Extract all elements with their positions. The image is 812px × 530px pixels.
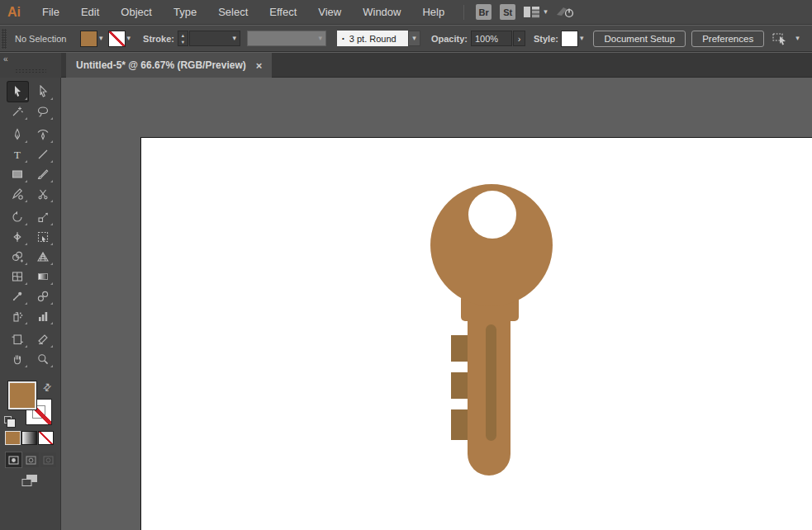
draw-normal-button[interactable] (6, 452, 21, 467)
rectangle-icon (11, 168, 24, 181)
arrange-documents-button[interactable]: ▾ (524, 7, 548, 18)
perspective-grid-icon (36, 250, 50, 263)
eyedropper-icon (11, 290, 24, 303)
magic-wand-tool[interactable] (7, 102, 28, 121)
bridge-button[interactable]: Br (476, 4, 491, 20)
chevron-down-icon: ▾ (580, 35, 584, 42)
stroke-weight-dropdown[interactable]: ▾ (189, 31, 240, 46)
brush-value: 3 pt. Round (349, 34, 397, 44)
preferences-button[interactable]: Preferences (691, 31, 764, 47)
shaper-tool[interactable] (7, 184, 28, 204)
document-setup-button[interactable]: Document Setup (593, 31, 686, 47)
type-icon: T (11, 148, 24, 161)
blend-tool[interactable] (33, 286, 54, 306)
slice-tool[interactable] (33, 329, 54, 349)
swap-fill-stroke-icon[interactable]: ⇄ (40, 380, 55, 394)
fill-color-swatch (81, 31, 97, 46)
fill-indicator-swatch[interactable] (8, 381, 36, 409)
zoom-icon (36, 353, 50, 366)
shape-builder-tool[interactable] (7, 247, 28, 267)
stroke-none-swatch (109, 31, 125, 46)
stroke-weight-stepper[interactable]: ▴ ▾ (178, 31, 188, 46)
scale-tool[interactable] (33, 207, 54, 227)
artboard[interactable] (140, 137, 812, 530)
selection-tool[interactable] (7, 82, 28, 102)
collapse-panel-icon[interactable]: « (3, 54, 8, 64)
draw-behind-button[interactable] (23, 452, 39, 467)
opacity-label: Opacity: (431, 34, 468, 44)
tool-panel: T ⇄ (0, 78, 61, 530)
rectangle-tool[interactable] (7, 164, 28, 184)
curvature-tool[interactable] (33, 125, 54, 144)
fill-color-dropdown[interactable]: ▾ (81, 31, 103, 46)
direct-selection-tool[interactable] (33, 82, 54, 102)
stroke-color-dropdown[interactable]: ▾ (109, 31, 131, 46)
document-tab[interactable]: Untitled-5* @ 66.67% (RGB/Preview) × (66, 53, 272, 78)
rotate-tool[interactable] (7, 207, 28, 227)
brush-definition-dropdown[interactable]: • 3 pt. Round ▾ (337, 31, 420, 46)
chevron-down-icon: ▾ (127, 35, 131, 42)
symbol-sprayer-tool[interactable] (7, 306, 28, 326)
draw-inside-button (40, 452, 56, 467)
menu-file[interactable]: File (31, 6, 70, 18)
free-transform-icon (36, 230, 50, 244)
perspective-grid-tool[interactable] (33, 247, 54, 267)
column-graph-tool[interactable] (33, 306, 54, 326)
menu-bar: Ai FileEditObjectTypeSelectEffectViewWin… (0, 0, 812, 25)
menu-window[interactable]: Window (352, 6, 411, 18)
blend-icon (36, 290, 50, 303)
none-slash (39, 432, 53, 444)
scale-icon (36, 211, 50, 224)
stock-button[interactable]: St (500, 4, 515, 20)
menu-effect[interactable]: Effect (259, 6, 307, 18)
chevron-down-icon: ▾ (99, 35, 103, 42)
gradient-tool[interactable] (33, 267, 54, 286)
panel-grip[interactable] (15, 69, 46, 74)
mini-fill (7, 419, 15, 427)
select-similar-dropdown[interactable]: ▾ (772, 31, 800, 45)
pen-tool[interactable] (7, 125, 28, 144)
style-dropdown[interactable]: ▾ (562, 31, 584, 46)
eyedropper-tool[interactable] (7, 286, 28, 306)
free-transform-tool[interactable] (33, 227, 54, 247)
artboard-tool[interactable] (7, 329, 28, 349)
scissors-tool[interactable] (33, 184, 54, 204)
hand-tool[interactable] (7, 349, 28, 369)
selection-icon (11, 85, 24, 98)
stroke-label: Stroke: (143, 34, 174, 44)
menus: FileEditObjectTypeSelectEffectViewWindow… (31, 6, 455, 18)
canvas[interactable] (61, 78, 812, 530)
menubar-right: Br St ▾ (460, 4, 576, 20)
hand-icon (11, 353, 24, 366)
menu-object[interactable]: Object (110, 6, 163, 18)
scissors-icon (36, 187, 50, 201)
gpu-performance-icon[interactable] (556, 5, 576, 19)
chevron-down-icon: ▾ (232, 35, 236, 42)
mesh-tool[interactable] (7, 267, 28, 286)
menu-edit[interactable]: Edit (70, 6, 110, 18)
type-tool[interactable]: T (7, 144, 28, 164)
menu-help[interactable]: Help (411, 6, 455, 18)
none-button[interactable] (39, 432, 53, 444)
menu-view[interactable]: View (307, 6, 352, 18)
zoom-tool[interactable] (33, 349, 54, 369)
menu-select[interactable]: Select (207, 6, 259, 18)
line-segment-tool[interactable] (33, 144, 54, 164)
stepper-down-icon: ▾ (182, 39, 184, 45)
symbol-sprayer-icon (11, 310, 24, 323)
gradient-button[interactable] (22, 432, 36, 444)
default-fill-stroke-icon[interactable] (4, 416, 16, 428)
screen-mode-button[interactable] (21, 474, 39, 491)
color-button[interactable] (6, 432, 20, 444)
panel-grip[interactable] (2, 29, 7, 49)
opacity-options-button[interactable]: › (513, 31, 525, 46)
key-artwork[interactable] (430, 184, 579, 514)
menu-type[interactable]: Type (163, 6, 207, 18)
direct-selection-icon (36, 85, 50, 98)
paintbrush-tool[interactable] (33, 164, 54, 184)
width-tool[interactable] (7, 227, 28, 247)
magic-wand-icon (11, 105, 24, 118)
lasso-tool[interactable] (33, 102, 54, 121)
close-tab-icon[interactable]: × (256, 59, 263, 72)
opacity-input[interactable]: 100% (471, 31, 512, 46)
